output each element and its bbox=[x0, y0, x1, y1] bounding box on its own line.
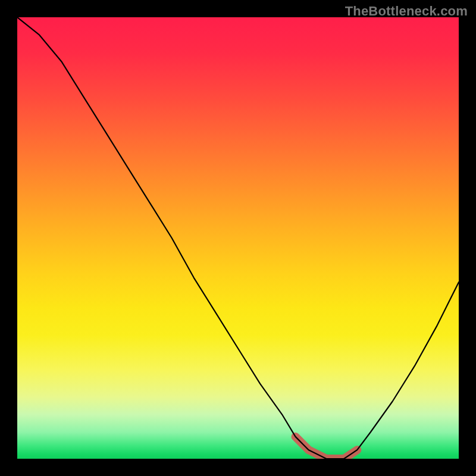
curve-svg bbox=[17, 17, 459, 459]
curve-path bbox=[17, 17, 459, 459]
watermark-text: TheBottleneck.com bbox=[345, 4, 468, 19]
chart-frame: TheBottleneck.com bbox=[0, 0, 476, 476]
plot-area bbox=[17, 17, 459, 459]
